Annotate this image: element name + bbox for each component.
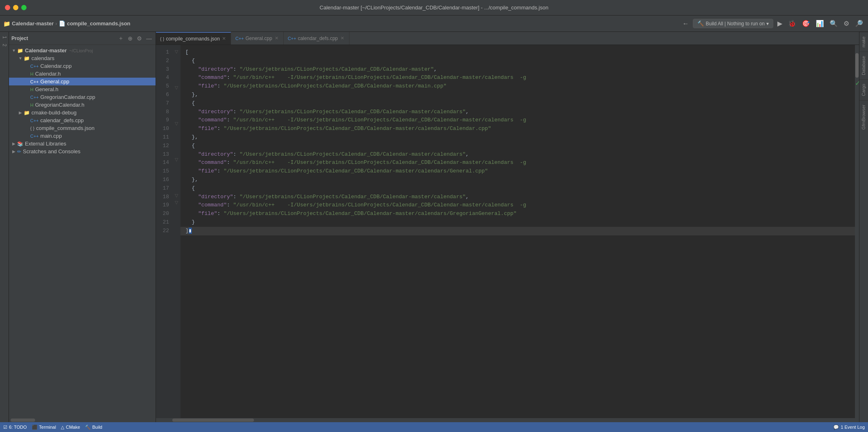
profile-button[interactable]: 📊 <box>814 19 826 28</box>
fold-2 <box>172 56 180 63</box>
line-num-17: 17 <box>158 184 169 193</box>
back-button[interactable]: ← <box>681 19 690 28</box>
tab-compile-commands[interactable]: { } compile_commands.json ✕ <box>156 32 231 45</box>
tree-item-scratches[interactable]: ▶ ✏ Scratches and Consoles <box>9 148 156 155</box>
tree-label-calendar-cpp: Calendar.cpp <box>40 63 72 69</box>
activity-2-icon[interactable]: 2 <box>1 41 8 49</box>
status-cmake[interactable]: △ CMake <box>61 425 80 430</box>
tree-item-general-cpp[interactable]: C++ General.cpp <box>9 78 156 85</box>
breadcrumb: Calendar-master › 📄 compile_commands.jso… <box>12 20 130 27</box>
build-all-button[interactable]: 🔨 Build All | Nothing to run on ▾ <box>693 19 773 28</box>
settings-button[interactable]: ⚙ <box>842 19 851 28</box>
tree-item-gregorian-cpp[interactable]: C++ GregorianCalendar.cpp <box>9 93 156 101</box>
breadcrumb-separator: › <box>56 20 57 27</box>
fold-18 <box>172 170 180 178</box>
status-event-log[interactable]: 💬 1 Event Log <box>833 425 865 430</box>
search-button[interactable]: 🔎 <box>853 19 865 28</box>
tree-label-scratches: Scratches and Consoles <box>23 148 80 154</box>
fold-6[interactable]: ▽ <box>172 84 180 92</box>
scrollbar-thumb[interactable] <box>855 53 859 78</box>
debug-button[interactable]: 🐞 <box>786 19 798 28</box>
panel-tab-make[interactable]: make <box>859 32 868 51</box>
code-line-12: { <box>180 142 855 150</box>
line-num-10: 10 <box>158 125 169 133</box>
tree-item-calendars[interactable]: ▼ 📁 calendars <box>9 54 156 62</box>
status-build[interactable]: 🔨 Build <box>85 425 102 430</box>
fold-21[interactable]: ▽ <box>172 192 180 199</box>
status-bar-left: ☑ 6: TODO ⬛ Terminal △ CMake 🔨 Build <box>3 425 827 430</box>
cpp-icon-main: C++ <box>30 134 39 139</box>
tree-label-caldefs-cpp: calendar_defs.cpp <box>40 117 84 123</box>
tree-item-main-cpp[interactable]: C++ main.cpp <box>9 132 156 140</box>
code-line-4: "command": "/usr/bin/c++ -I/Users/jetbra… <box>180 74 855 82</box>
code-line-3: "directory": "/Users/jetbrains/CLionProj… <box>180 65 855 74</box>
sidebar-title: Project <box>11 36 115 41</box>
minimize-button[interactable] <box>13 5 18 10</box>
tab-close-general[interactable]: ✕ <box>274 35 279 41</box>
close-button[interactable] <box>5 5 10 10</box>
tree-item-caldefs-cpp[interactable]: C++ calendar_defs.cpp <box>9 116 156 124</box>
settings-button[interactable]: ⚙ <box>136 35 143 42</box>
code-line-19: "command": "/usr/bin/c++ -I/Users/jetbra… <box>180 201 855 210</box>
breadcrumb-filename[interactable]: compile_commands.json <box>67 20 130 27</box>
tree-arrow-cmake-build: ▶ <box>17 110 24 115</box>
tab-calendar-defs[interactable]: C++ calendar_defs.cpp ✕ <box>284 32 349 45</box>
status-todo[interactable]: ☑ 6: TODO <box>3 425 27 430</box>
coverage-button[interactable]: 🎯 <box>800 19 812 28</box>
fold-1[interactable]: ▽ <box>172 48 180 56</box>
cpp-icon-calendar: C++ <box>30 64 39 69</box>
activity-1-icon[interactable]: 1 <box>1 34 8 41</box>
code-content[interactable]: [ { "directory": "/Users/jetbrains/CLion… <box>180 45 855 418</box>
panel-tab-cargo[interactable]: Cargo <box>859 79 868 100</box>
breadcrumb-project[interactable]: Calendar-master <box>12 20 54 27</box>
panel-tab-gfmbrowser[interactable]: GfmBrowser <box>859 100 868 134</box>
tree-item-calendar-cpp[interactable]: C++ Calendar.cpp <box>9 62 156 70</box>
fold-20 <box>172 185 180 192</box>
tree-label-main-cpp: main.cpp <box>40 133 62 139</box>
locate-button[interactable]: ⊕ <box>127 35 134 42</box>
editor-hscroll-thumb[interactable] <box>172 419 254 422</box>
tree-item-ext-libs[interactable]: ▶ 📚 External Libraries <box>9 140 156 148</box>
tab-close-compile[interactable]: ✕ <box>221 36 227 42</box>
code-line-20: "file": "/Users/jetbrains/CLionProjects/… <box>180 210 855 218</box>
status-terminal[interactable]: ⬛ Terminal <box>32 425 56 430</box>
content-area: 1 2 Project ＋ ⊕ ⚙ — ▼ 📁 Calendar-master … <box>0 32 868 422</box>
line-num-15: 15 <box>158 167 169 176</box>
fold-14 <box>172 142 180 149</box>
line-num-19: 19 <box>158 201 169 210</box>
fold-22[interactable]: ▽ <box>172 199 180 206</box>
fold-4 <box>172 70 180 77</box>
h-icon-calendar: H <box>30 72 33 76</box>
status-bar-right: 💬 1 Event Log <box>833 425 865 430</box>
valgrind-button[interactable]: 🔍 <box>828 19 839 28</box>
tree-item-general-h[interactable]: H General.h <box>9 85 156 93</box>
sidebar-toolbar: Project ＋ ⊕ ⚙ — <box>9 32 156 45</box>
build-dropdown-icon: ▾ <box>766 21 769 27</box>
fold-12 <box>172 128 180 135</box>
tree-item-cmake-build[interactable]: ▶ 📁 cmake-build-debug <box>9 109 156 116</box>
tree-item-gregorian-h[interactable]: H GregorianCalendar.h <box>9 101 156 109</box>
run-button[interactable]: ▶ <box>776 19 784 28</box>
tree-label-calendar-h: Calendar.h <box>35 71 61 77</box>
fold-11[interactable]: ▽ <box>172 120 180 128</box>
tree-item-root[interactable]: ▼ 📁 Calendar-master ~/CLionProj <box>9 47 156 54</box>
todo-icon: ☑ <box>3 425 7 430</box>
main-toolbar: 📁 Calendar-master › 📄 compile_commands.j… <box>0 16 868 32</box>
close-sidebar-button[interactable]: — <box>145 35 153 42</box>
tab-general-cpp[interactable]: C++ General.cpp ✕ <box>231 32 283 45</box>
right-panels: make Database Cargo GfmBrowser <box>859 32 868 422</box>
vertical-scrollbar[interactable]: ✓ <box>855 45 859 418</box>
maximize-button[interactable] <box>21 5 27 10</box>
panel-tab-database[interactable]: Database <box>859 51 868 79</box>
sidebar-hscroll[interactable] <box>9 418 156 422</box>
code-line-22: ]▮ <box>180 227 855 235</box>
h-icon-general: H <box>30 87 33 92</box>
tab-close-caldefs[interactable]: ✕ <box>340 35 345 41</box>
code-line-11: }, <box>180 133 855 142</box>
fold-5 <box>172 77 180 84</box>
fold-16[interactable]: ▽ <box>172 156 180 163</box>
tree-item-compile-json[interactable]: { } compile_commands.json <box>9 124 156 132</box>
tree-item-calendar-h[interactable]: H Calendar.h <box>9 70 156 78</box>
add-item-button[interactable]: ＋ <box>117 34 125 43</box>
editor-hscrollbar[interactable] <box>156 418 859 422</box>
